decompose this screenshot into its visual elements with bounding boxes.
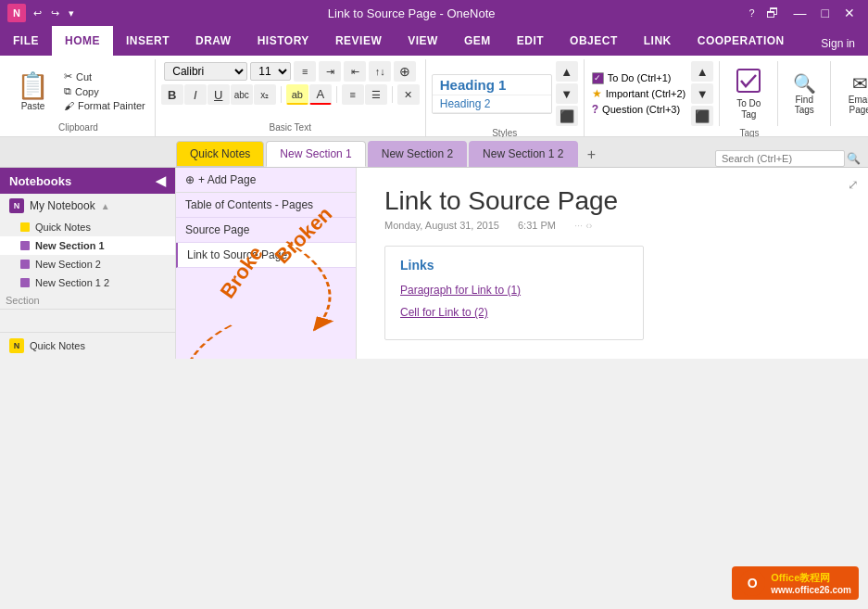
sidebar-item-quick-notes[interactable]: Quick Notes [0, 218, 175, 236]
page-item-source[interactable]: Source Page [176, 218, 356, 243]
tab-view[interactable]: VIEW [395, 26, 451, 56]
email-page-button[interactable]: ✉ EmailPage [837, 65, 868, 122]
section-color-new-section-12 [20, 278, 30, 287]
font-size-select[interactable]: 11 [250, 62, 291, 81]
add-page-button[interactable]: ⊕ + Add Page [176, 168, 356, 193]
indent-btn[interactable]: ⇥ [319, 61, 341, 82]
tab-home[interactable]: HOME [52, 26, 113, 56]
page-item-link-to-source[interactable]: Link to Source Page [176, 243, 356, 268]
expand-btn[interactable]: ⊕ [394, 61, 416, 82]
section-tabs-row: Quick Notes New Section 1 New Section 2 … [0, 137, 868, 168]
tab-review[interactable]: REVIEW [322, 26, 395, 56]
tags-divider3 [830, 61, 831, 126]
styles-more-btn[interactable]: ⬛ [556, 106, 578, 126]
bold-button[interactable]: B [161, 84, 183, 105]
align-center-button[interactable]: ☰ [365, 84, 387, 105]
tab-link[interactable]: LINK [631, 26, 685, 56]
important-tag-item[interactable]: ★ Important (Ctrl+2) [590, 86, 688, 101]
tab-insert[interactable]: INSERT [113, 26, 182, 56]
email-icon: ✉ [852, 72, 868, 95]
clipboard-label: Clipboard [7, 121, 149, 134]
pages-panel: ⊕ + Add Page Table of Contents - Pages S… [176, 168, 357, 359]
font-controls-row: Calibri 11 ≡ ⇥ ⇤ ↑↓ ⊕ [164, 61, 416, 82]
tab-object[interactable]: OBJECT [557, 26, 631, 56]
redo-btn[interactable]: ↪ [49, 6, 61, 21]
paste-button[interactable]: 📋 Paste [7, 62, 58, 120]
copy-button[interactable]: ⧉ Copy [60, 84, 149, 98]
todo-tag-button[interactable]: To DoTag [725, 65, 772, 122]
tab-gem[interactable]: GEM [451, 26, 504, 56]
help-btn[interactable]: ? [747, 6, 756, 20]
cell-link[interactable]: Cell for Link to (2) [400, 306, 628, 319]
find-tags-button[interactable]: 🔍 FindTags [784, 65, 824, 122]
styles-down-btn[interactable]: ▼ [556, 83, 578, 104]
italic-button[interactable]: I [184, 84, 207, 105]
question-icon: ? [592, 103, 598, 116]
clipboard-content: 📋 Paste ✂ Cut ⧉ Copy 🖌 Format Painter [7, 61, 149, 121]
undo-btn[interactable]: ↩ [31, 6, 44, 21]
customize-btn[interactable]: ▾ [67, 6, 76, 21]
heading2-style[interactable]: Heading 2 [433, 95, 551, 113]
tags-up-btn[interactable]: ▲ [691, 61, 713, 82]
tab-draw[interactable]: DRAW [182, 26, 245, 56]
tags-down-btn[interactable]: ▼ [691, 83, 713, 104]
svg-rect-0 [737, 70, 760, 92]
clipboard-small-btns: ✂ Cut ⧉ Copy 🖌 Format Painter [60, 70, 149, 112]
tab-cooperation[interactable]: COOPERATION [685, 26, 798, 56]
underline-button[interactable]: U [208, 84, 230, 105]
format-painter-label: Format Painter [78, 100, 145, 111]
tags-more-btn[interactable]: ⬛ [691, 106, 713, 126]
tab-edit[interactable]: EDIT [504, 26, 557, 56]
bottom-notebook-icon: N [9, 338, 24, 353]
highlight-button[interactable]: ab [286, 84, 308, 105]
tab-file[interactable]: FILE [0, 26, 52, 56]
sign-in-btn[interactable]: Sign in [808, 32, 868, 56]
page-item-toc[interactable]: Table of Contents - Pages [176, 193, 356, 218]
sidebar-item-new-section-2[interactable]: New Section 2 [0, 255, 175, 273]
list-btn[interactable]: ≡ [294, 61, 316, 82]
star-icon: ★ [592, 87, 602, 100]
outdent-btn[interactable]: ⇤ [344, 61, 366, 82]
section-tab-new-section-12[interactable]: New Section 1 2 [469, 141, 577, 167]
email-page-label: EmailPage [849, 95, 868, 115]
close-btn[interactable]: ✕ [838, 4, 861, 22]
todo-tag-item[interactable]: ✓ To Do (Ctrl+1) [590, 71, 688, 85]
notebooks-title: Notebooks [9, 174, 71, 188]
subscript-button[interactable]: x₂ [254, 84, 276, 105]
todo-tag-label: To DoTag [736, 98, 761, 121]
section-label: Section [0, 292, 175, 310]
format-painter-button[interactable]: 🖌 Format Painter [60, 99, 149, 112]
tab-history[interactable]: HISTORY [245, 26, 322, 56]
sidebar-bottom-quick-notes[interactable]: N Quick Notes [0, 332, 175, 359]
basic-text-label: Basic Text [161, 121, 420, 134]
format-painter-icon: 🖌 [64, 100, 74, 111]
sidebar-item-new-section-12[interactable]: New Section 1 2 [0, 273, 175, 292]
expand-icon[interactable]: ⤢ [848, 177, 859, 192]
question-tag-item[interactable]: ? Question (Ctrl+3) [590, 102, 688, 117]
basic-text-content: Calibri 11 ≡ ⇥ ⇤ ↑↓ ⊕ B I U abc x₂ ab A [161, 61, 420, 121]
note-area: ⤢ Link to Source Page Monday, August 31,… [357, 168, 868, 359]
sidebar-collapse-btn[interactable]: ◀ [156, 173, 166, 188]
section-tab-add-btn[interactable]: + [580, 143, 604, 167]
styles-up-btn[interactable]: ▲ [556, 61, 578, 82]
align-left-button[interactable]: ≡ [342, 84, 364, 105]
basic-text-group: Calibri 11 ≡ ⇥ ⇤ ↑↓ ⊕ B I U abc x₂ ab A [156, 59, 426, 136]
maximize-btn[interactable]: □ [816, 4, 835, 22]
section-tab-quick-notes[interactable]: Quick Notes [176, 141, 264, 167]
eraser-button[interactable]: ✕ [397, 84, 420, 105]
paragraph-link[interactable]: Paragraph for Link to (1) [400, 284, 628, 297]
font-color-button[interactable]: A [309, 84, 332, 105]
my-notebook-item[interactable]: N My Notebook ▲ [0, 194, 175, 218]
cut-button[interactable]: ✂ Cut [60, 70, 149, 83]
minimize-btn[interactable]: — [788, 4, 812, 22]
section-tab-new-section-1[interactable]: New Section 1 [266, 141, 365, 167]
section-list: Quick Notes New Section 1 New Section 2 … [0, 218, 175, 292]
section-tab-new-section-2[interactable]: New Section 2 [368, 141, 467, 167]
strikethrough-button[interactable]: abc [231, 84, 253, 105]
section-search-input[interactable] [715, 150, 845, 167]
font-family-select[interactable]: Calibri [164, 62, 247, 81]
sort-btn[interactable]: ↑↓ [369, 61, 391, 82]
heading1-style[interactable]: Heading 1 [433, 75, 551, 95]
sidebar-item-new-section-1[interactable]: New Section 1 [0, 236, 175, 255]
restore-btn[interactable]: 🗗 [761, 4, 785, 22]
